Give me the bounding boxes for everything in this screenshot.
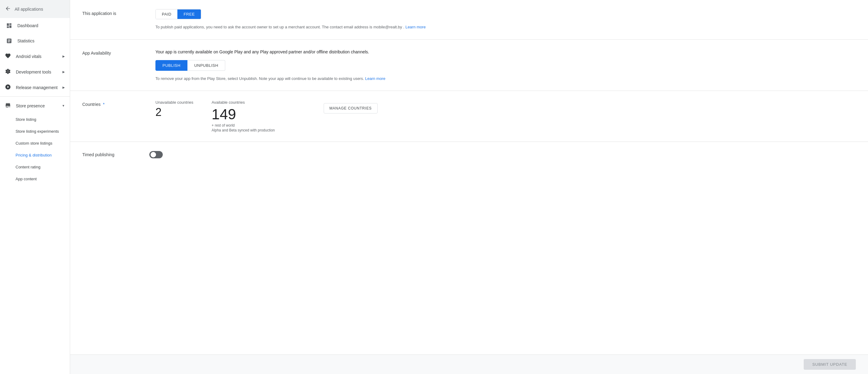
available-label: Available countries: [212, 100, 275, 105]
sidebar: All applications Dashboard Statistics An…: [0, 0, 70, 374]
app-type-label: This application is: [82, 9, 143, 30]
publish-unpublish-group: PUBLISH UNPUBLISH: [155, 60, 856, 71]
app-type-content: PAID FREE To publish paid applications, …: [155, 9, 856, 30]
back-button[interactable]: All applications: [0, 0, 70, 18]
dashboard-icon: [6, 22, 12, 29]
unpublish-button[interactable]: UNPUBLISH: [187, 60, 225, 71]
footer: SUBMIT UPDATE: [70, 354, 868, 374]
svg-point-0: [7, 71, 9, 72]
pricing-distribution-label: Pricing & distribution: [16, 153, 52, 157]
back-arrow-icon: [5, 5, 11, 12]
countries-section: Countries * Unavailable countries 2 Avai…: [70, 91, 868, 142]
sidebar-item-android-vitals-label: Android vitals: [16, 54, 41, 59]
countries-content: Unavailable countries 2 Available countr…: [155, 100, 856, 133]
submit-update-button[interactable]: SUBMIT UPDATE: [804, 359, 856, 370]
sidebar-item-statistics[interactable]: Statistics: [0, 33, 70, 49]
toggle-track: [149, 151, 163, 158]
sidebar-item-dashboard[interactable]: Dashboard: [0, 18, 70, 33]
app-availability-section: App Availability Your app is currently a…: [70, 40, 868, 91]
app-availability-label: App Availability: [82, 49, 143, 82]
sidebar-divider: [0, 96, 70, 97]
rest-of-world-note: + rest of world: [212, 123, 275, 127]
sidebar-sub-app-content[interactable]: App content: [0, 173, 70, 185]
required-asterisk: *: [103, 102, 104, 107]
sidebar-item-release-label: Release management: [16, 85, 58, 90]
bar-chart-icon: [6, 37, 12, 44]
custom-store-listings-label: Custom store listings: [16, 141, 53, 145]
countries-label: Countries *: [82, 100, 143, 133]
dev-tools-icon: [5, 68, 11, 75]
available-count: 149: [212, 106, 275, 123]
sidebar-sub-store-listing[interactable]: Store listing: [0, 113, 70, 125]
chevron-right-icon: ▶: [62, 55, 65, 58]
sidebar-item-dev-tools-label: Development tools: [16, 69, 51, 75]
main-content: This application is PAID FREE To publish…: [70, 0, 868, 374]
paid-info-text: To publish paid applications, you need t…: [155, 24, 856, 30]
manage-countries-button[interactable]: MANAGE COUNTRIES: [324, 103, 378, 113]
toggle-thumb: [151, 152, 156, 157]
unavailable-count: 2: [155, 106, 193, 119]
countries-stats: Unavailable countries 2 Available countr…: [155, 100, 856, 133]
sidebar-item-release-management[interactable]: Release management ▶: [0, 80, 70, 95]
content-rating-label: Content rating: [16, 165, 40, 169]
paid-button[interactable]: PAID: [156, 9, 177, 19]
sync-note: Alpha and Beta synced with production: [212, 128, 275, 133]
release-icon: [5, 84, 11, 91]
learn-more-link-2[interactable]: Learn more: [365, 76, 385, 81]
app-type-section: This application is PAID FREE To publish…: [70, 0, 868, 40]
sidebar-sub-pricing-distribution[interactable]: Pricing & distribution: [0, 149, 70, 161]
app-content-label: App content: [16, 177, 37, 181]
vitals-icon: [5, 53, 11, 60]
store-listing-label: Store listing: [16, 117, 36, 122]
sidebar-sub-content-rating[interactable]: Content rating: [0, 161, 70, 173]
availability-description: Your app is currently available on Googl…: [155, 49, 856, 55]
chevron-down-icon: ▼: [62, 104, 65, 107]
chevron-right-icon-3: ▶: [62, 86, 65, 89]
unpublish-info: To remove your app from the Play Store, …: [155, 76, 856, 82]
paid-free-toggle: PAID FREE: [155, 9, 201, 19]
sidebar-item-dev-tools[interactable]: Development tools ▶: [0, 64, 70, 80]
sidebar-item-android-vitals[interactable]: Android vitals ▶: [0, 49, 70, 64]
publish-button[interactable]: PUBLISH: [155, 60, 187, 71]
sidebar-item-store-presence[interactable]: Store presence ▼: [0, 98, 70, 113]
content-area: This application is PAID FREE To publish…: [70, 0, 868, 354]
available-countries-block: Available countries 149 + rest of world …: [212, 100, 275, 133]
free-button[interactable]: FREE: [177, 9, 201, 19]
back-label: All applications: [14, 7, 43, 11]
timed-publishing-label: Timed publishing: [82, 152, 143, 157]
app-availability-content: Your app is currently available on Googl…: [155, 49, 856, 82]
store-listing-experiments-label: Store listing experiments: [16, 129, 59, 134]
sidebar-item-dashboard-label: Dashboard: [18, 23, 38, 28]
chevron-right-icon-2: ▶: [62, 70, 65, 74]
timed-publishing-toggle[interactable]: [149, 151, 163, 158]
sidebar-item-store-presence-label: Store presence: [16, 104, 45, 108]
unavailable-label: Unavailable countries: [155, 100, 193, 105]
store-icon: [5, 102, 11, 109]
timed-publishing-section: Timed publishing: [70, 142, 868, 168]
manage-countries-area: MANAGE COUNTRIES: [324, 100, 378, 113]
unavailable-countries-block: Unavailable countries 2: [155, 100, 193, 119]
sidebar-item-statistics-label: Statistics: [18, 38, 34, 43]
sidebar-sub-store-listing-experiments[interactable]: Store listing experiments: [0, 125, 70, 137]
learn-more-link-1[interactable]: Learn more: [405, 25, 426, 29]
sidebar-sub-custom-store-listings[interactable]: Custom store listings: [0, 137, 70, 149]
